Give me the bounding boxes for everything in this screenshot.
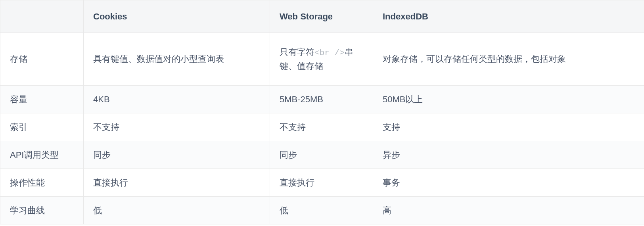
table-header-row: Cookies Web Storage IndexedDB	[0, 0, 644, 33]
cell-cookies: 4KB	[84, 85, 270, 113]
cell-cookies: 同步	[84, 141, 270, 169]
code-fragment: <br />	[314, 48, 345, 57]
cell-indexeddb: 支持	[373, 113, 644, 141]
row-label: 索引	[0, 113, 84, 141]
cell-webstorage: 同步	[270, 141, 373, 169]
row-label: 学习曲线	[0, 196, 84, 224]
cell-webstorage: 低	[270, 196, 373, 224]
row-label: 容量	[0, 85, 84, 113]
cell-cookies: 不支持	[84, 113, 270, 141]
row-label: 操作性能	[0, 169, 84, 196]
cell-cookies: 具有键值、数据值对的小型查询表	[84, 33, 270, 86]
cell-cookies: 直接执行	[84, 169, 270, 196]
table-row: 容量 4KB 5MB-25MB 50MB以上	[0, 85, 644, 113]
cell-webstorage: 只有字符<br />串键、值存储	[270, 33, 373, 86]
header-webstorage: Web Storage	[270, 0, 373, 33]
table-row: API调用类型 同步 同步 异步	[0, 141, 644, 169]
cell-indexeddb: 高	[373, 196, 644, 224]
text-fragment: 只有字符	[280, 47, 314, 57]
table-row: 存储 具有键值、数据值对的小型查询表 只有字符<br />串键、值存储 对象存储…	[0, 33, 644, 86]
cell-cookies: 低	[84, 196, 270, 224]
cell-webstorage: 直接执行	[270, 169, 373, 196]
header-cookies: Cookies	[84, 0, 270, 33]
table-row: 操作性能 直接执行 直接执行 事务	[0, 169, 644, 196]
comparison-table: Cookies Web Storage IndexedDB 存储 具有键值、数据…	[0, 0, 644, 224]
table-row: 学习曲线 低 低 高	[0, 196, 644, 224]
table-row: 索引 不支持 不支持 支持	[0, 113, 644, 141]
cell-webstorage: 不支持	[270, 113, 373, 141]
cell-indexeddb: 异步	[373, 141, 644, 169]
header-indexeddb: IndexedDB	[373, 0, 644, 33]
cell-indexeddb: 事务	[373, 169, 644, 196]
row-label: API调用类型	[0, 141, 84, 169]
cell-indexeddb: 对象存储，可以存储任何类型的数据，包括对象	[373, 33, 644, 86]
header-blank	[0, 0, 84, 33]
cell-indexeddb: 50MB以上	[373, 85, 644, 113]
row-label: 存储	[0, 33, 84, 86]
cell-webstorage: 5MB-25MB	[270, 85, 373, 113]
